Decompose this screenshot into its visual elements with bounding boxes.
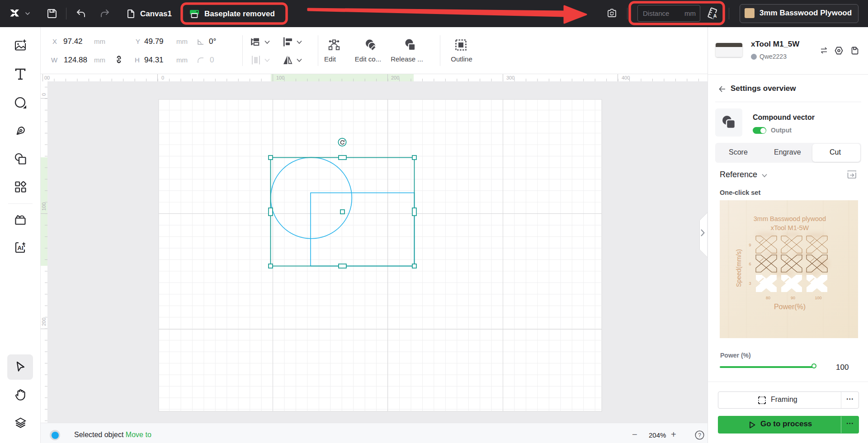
svg-text:200: 200 [391,75,399,80]
svg-text:xTool M1-5W: xTool M1-5W [771,224,809,231]
svg-text:?: ? [698,432,701,438]
svg-text:0: 0 [41,93,47,96]
svg-text:3: 3 [749,281,751,286]
svg-text:Speed(mm/s): Speed(mm/s) [735,249,742,287]
svg-text:00: 00 [44,75,50,80]
svg-text:100: 100 [41,203,47,211]
svg-text:A: A [713,13,717,19]
svg-text:300: 300 [506,75,514,80]
svg-text:80: 80 [766,296,770,300]
svg-text:6: 6 [749,262,751,266]
svg-text:0: 0 [161,75,164,80]
svg-text:90: 90 [791,296,795,300]
svg-text:200: 200 [41,318,47,326]
svg-text:100: 100 [276,75,284,80]
svg-text:100: 100 [815,296,821,300]
svg-text:9: 9 [749,243,751,247]
svg-text:3mm Basswood plywood: 3mm Basswood plywood [754,215,826,222]
svg-text:AI: AI [18,245,24,251]
svg-text:Power(%): Power(%) [774,303,806,311]
svg-text:400: 400 [622,75,630,80]
